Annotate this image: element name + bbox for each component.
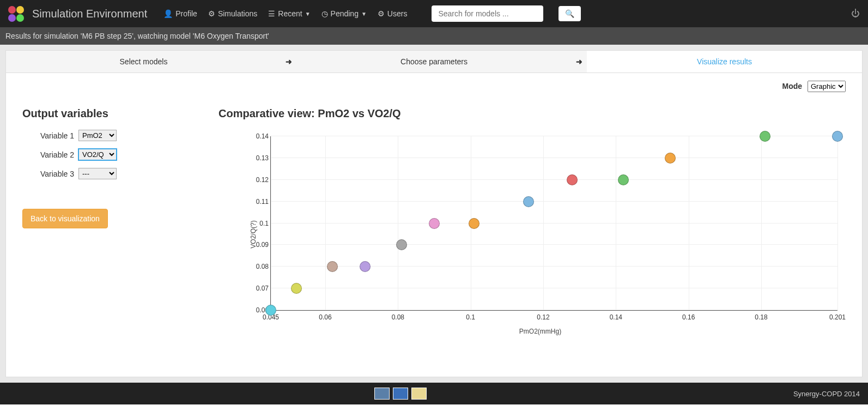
footer-logos [374, 388, 427, 400]
brand-title[interactable]: Simulation Environment [32, 8, 147, 20]
x-tick: 0.201 [829, 313, 846, 321]
wizard-step-1[interactable]: Select models [6, 51, 281, 72]
gear-icon: ⚙ [378, 9, 385, 18]
footer-text: Synergy-COPD 2014 [793, 390, 860, 398]
data-point[interactable] [265, 305, 276, 316]
y-tick: 0.12 [250, 176, 269, 184]
x-tick: 0.06 [319, 313, 331, 321]
caret-down-icon: ▼ [361, 11, 367, 17]
nav-profile[interactable]: 👤Profile [163, 9, 197, 18]
chevron-right-icon: ➜ [281, 51, 296, 72]
back-button[interactable]: Back to visualization [22, 209, 108, 228]
y-tick: 0.09 [250, 241, 269, 249]
var2-label: Variable 2 [22, 150, 74, 159]
data-point[interactable] [396, 239, 407, 250]
var1-select[interactable]: PmO2 [78, 130, 117, 141]
data-point[interactable] [523, 196, 534, 207]
data-point[interactable] [665, 153, 676, 164]
wizard-step-3[interactable]: Visualize results [587, 51, 862, 72]
data-point[interactable] [618, 174, 629, 185]
data-point[interactable] [567, 174, 578, 185]
subheader-text: Results for simulation 'M6 PB step 25', … [0, 27, 868, 45]
data-point[interactable] [327, 261, 338, 272]
data-point[interactable] [469, 218, 479, 229]
x-tick: 0.16 [682, 313, 695, 321]
list-icon: ☰ [268, 9, 275, 18]
var3-label: Variable 3 [22, 170, 74, 178]
y-tick: 0.1 [250, 220, 269, 227]
var1-label: Variable 1 [22, 131, 74, 140]
x-tick: 0.08 [392, 313, 404, 321]
x-axis-label: PmO2(mmHg) [519, 328, 561, 335]
y-tick: 0.07 [250, 285, 269, 292]
y-tick: 0.08 [250, 263, 269, 270]
data-point[interactable] [360, 261, 371, 272]
power-button[interactable]: ⏻ [851, 9, 860, 19]
gear-icon: ⚙ [208, 9, 215, 18]
x-tick: 0.12 [537, 313, 549, 321]
data-point[interactable] [429, 218, 440, 229]
user-icon: 👤 [163, 9, 173, 18]
data-point[interactable] [832, 131, 843, 142]
chevron-right-icon: ➜ [572, 51, 587, 72]
data-point[interactable] [291, 283, 302, 294]
sidebar-title: Output variables [22, 107, 218, 120]
y-tick: 0.11 [250, 198, 269, 206]
clock-icon: ◷ [321, 9, 328, 18]
wizard-step-2[interactable]: Choose parameters [296, 51, 572, 72]
y-tick: 0.14 [250, 132, 269, 140]
data-point[interactable] [760, 131, 770, 142]
search-input-wrap [432, 5, 543, 22]
search-input[interactable] [438, 9, 537, 18]
nav-recent[interactable]: ☰Recent▼ [268, 9, 310, 18]
var3-select[interactable]: --- [78, 168, 117, 179]
x-tick: 0.1 [466, 313, 475, 321]
x-tick: 0.18 [755, 313, 767, 321]
app-logo[interactable] [8, 6, 24, 22]
x-tick: 0.14 [610, 313, 622, 321]
nav-users[interactable]: ⚙Users [378, 9, 408, 18]
wizard-steps: Select models ➜ Choose parameters ➜ Visu… [6, 51, 862, 73]
search-icon: 🔍 [565, 9, 574, 18]
var2-select[interactable]: VO2/Q [78, 149, 117, 160]
search-button[interactable]: 🔍 [559, 6, 581, 21]
chart-title: Comparative view: PmO2 vs VO2/Q [218, 107, 846, 120]
y-tick: 0.13 [250, 154, 269, 162]
caret-down-icon: ▼ [305, 11, 311, 17]
scatter-chart: VO2/Q(?) PmO2(mmHg) 0.0450.060.080.10.12… [235, 131, 846, 338]
nav-pending[interactable]: ◷Pending▼ [321, 9, 367, 18]
nav-simulations[interactable]: ⚙Simulations [208, 9, 257, 18]
mode-select[interactable]: Graphic [808, 81, 846, 92]
mode-label: Mode [782, 82, 803, 90]
